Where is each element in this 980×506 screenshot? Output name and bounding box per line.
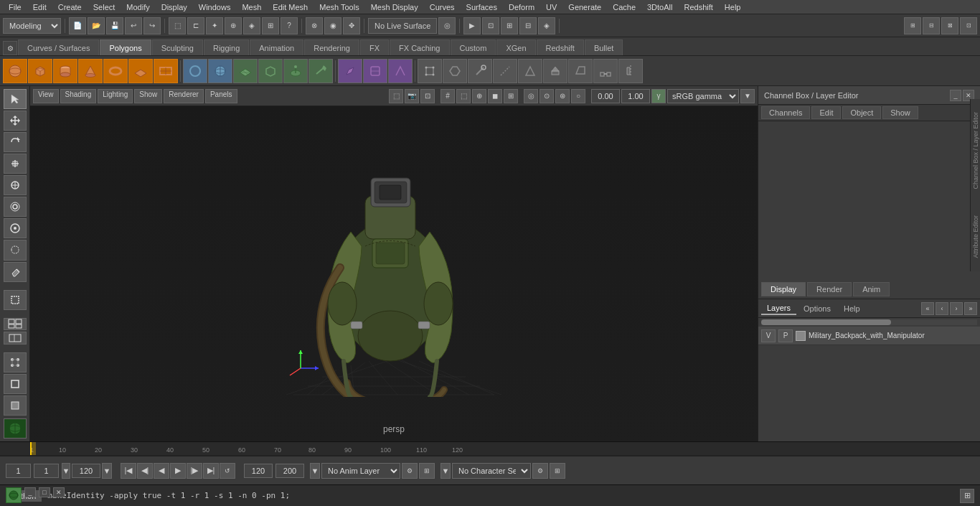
layout-btn3[interactable]: ⊠ — [941, 17, 958, 34]
python-expand-btn[interactable]: ⊞ — [960, 489, 974, 503]
frame-range-end[interactable] — [244, 464, 273, 478]
menu-surfaces[interactable]: Surfaces — [461, 1, 503, 13]
time-ruler[interactable]: 1 10 20 30 40 50 60 70 80 90 100 110 120 — [0, 441, 980, 456]
anim-layer-expand[interactable]: ▼ — [310, 463, 320, 479]
grid-btn[interactable] — [4, 318, 27, 331]
menu-generate[interactable]: Generate — [562, 1, 607, 13]
shelf-knife[interactable] — [493, 59, 517, 83]
camera-btn[interactable]: ◉ — [324, 17, 341, 34]
save-scene-btn[interactable]: 💾 — [106, 17, 123, 34]
menu-deform[interactable]: Deform — [503, 1, 540, 13]
char-set-expand[interactable]: ▼ — [440, 463, 451, 479]
tab-polygons[interactable]: Polygons — [100, 39, 151, 55]
show-manip-btn[interactable] — [4, 218, 27, 238]
grid2-btn[interactable] — [4, 332, 27, 345]
xray-btn[interactable]: ⊙ — [540, 89, 554, 103]
scale-btn[interactable] — [4, 154, 27, 174]
menu-file[interactable]: File — [3, 1, 27, 13]
loop-btn[interactable]: ↺ — [220, 463, 235, 479]
menu-mesh-display[interactable]: Mesh Display — [365, 1, 424, 13]
tab-rendering[interactable]: Rendering — [304, 39, 359, 55]
grid-display-btn[interactable]: # — [440, 89, 455, 103]
dt-tab-anim[interactable]: Anim — [853, 282, 890, 296]
live-surface-icon[interactable]: ◎ — [438, 17, 456, 34]
smooth-btn[interactable]: ⊕ — [472, 89, 486, 103]
color-mgmt-btn[interactable]: ▼ — [740, 89, 755, 103]
layer-playback-btn[interactable]: P — [778, 329, 793, 342]
layer-prev-btn[interactable]: ‹ — [936, 302, 948, 315]
menu-edit-mesh[interactable]: Edit Mesh — [267, 1, 314, 13]
render-view-btn[interactable]: ⊟ — [519, 17, 537, 34]
shelf-append[interactable] — [518, 59, 542, 83]
shelf-edit1[interactable] — [338, 59, 362, 83]
viewport-canvas[interactable]: persp — [30, 106, 758, 441]
live-surface-btn[interactable]: No Live Surface — [368, 18, 437, 34]
isolate-btn[interactable]: ◎ — [524, 89, 538, 103]
tab-animation[interactable]: Animation — [250, 39, 303, 55]
menu-mesh-tools[interactable]: Mesh Tools — [314, 1, 364, 13]
layer-visibility-btn[interactable]: V — [761, 329, 776, 342]
layers-tab-layers[interactable]: Layers — [761, 302, 796, 315]
camera-snap-btn[interactable]: ⬚ — [389, 89, 403, 103]
menu-uv[interactable]: UV — [540, 1, 562, 13]
frame-limit-icon[interactable]: ▼ — [102, 463, 112, 479]
anim-layer-icon[interactable]: ▼ — [62, 463, 70, 479]
scrollbar-thumb[interactable] — [761, 319, 891, 325]
shelf-nurbs-sphere[interactable] — [208, 59, 232, 83]
layer-color-swatch[interactable] — [796, 331, 806, 341]
shelf-bridge[interactable] — [593, 59, 618, 83]
char-set-settings-btn[interactable]: ⚙ — [532, 463, 548, 479]
start-frame-input[interactable] — [34, 464, 59, 478]
viewport-shading-menu[interactable]: Shading — [60, 89, 97, 103]
menu-display[interactable]: Display — [156, 1, 193, 13]
camera-scale-input[interactable] — [621, 89, 650, 103]
viewport-lighting-menu[interactable]: Lighting — [98, 89, 133, 103]
anim-layer-select[interactable]: No Anim Layer — [321, 463, 400, 479]
cam-gates-btn[interactable]: ⊛ — [555, 89, 570, 103]
shaded-btn[interactable]: ◼ — [488, 89, 502, 103]
select-tool-btn[interactable]: ⬚ — [169, 17, 186, 34]
wireframe-btn[interactable]: ⬚ — [456, 89, 471, 103]
texture-btn[interactable]: ⊞ — [504, 89, 518, 103]
shelf-poly1[interactable] — [418, 59, 442, 83]
layers-tab-options[interactable]: Options — [798, 303, 837, 314]
shelf-grid[interactable] — [233, 59, 258, 83]
poly-vertex-btn[interactable] — [4, 352, 27, 373]
open-scene-btn[interactable]: 📂 — [88, 17, 105, 34]
layers-tab-help[interactable]: Help — [838, 303, 866, 314]
goto-end-btn[interactable]: ▶| — [203, 463, 219, 479]
tab-sculpting[interactable]: Sculpting — [152, 39, 203, 55]
dt-tab-display[interactable]: Display — [761, 282, 806, 296]
layout-btn1[interactable]: ⊞ — [904, 17, 921, 34]
shelf-arrow[interactable] — [308, 59, 333, 83]
rotate-btn[interactable] — [4, 132, 27, 152]
viewport-show-menu[interactable]: Show — [134, 89, 162, 103]
soft-mod-btn[interactable] — [4, 197, 27, 217]
shelf-volume[interactable] — [283, 59, 308, 83]
shelf-poly2[interactable] — [443, 59, 467, 83]
layout-btn2[interactable]: ⊟ — [923, 17, 940, 34]
highlight-btn[interactable]: ○ — [571, 89, 585, 103]
poly-edge-btn[interactable] — [4, 374, 27, 394]
play-back-btn[interactable]: ◀ — [154, 463, 169, 479]
menu-edit[interactable]: Edit — [27, 1, 52, 13]
tab-settings-icon[interactable]: ⚙ — [3, 41, 17, 55]
shelf-edit3[interactable] — [388, 59, 413, 83]
menu-mesh[interactable]: Mesh — [236, 1, 267, 13]
snap2-btn[interactable]: ⊞ — [262, 17, 279, 34]
char-set-expand-btn[interactable]: ⊞ — [550, 463, 565, 479]
layout-btn4[interactable]: ⊡ — [960, 17, 977, 34]
tab-fx[interactable]: FX — [360, 39, 389, 55]
universal-manip-btn[interactable] — [4, 175, 27, 195]
shelf-cylinder[interactable] — [53, 59, 77, 83]
menu-curves[interactable]: Curves — [424, 1, 461, 13]
ipr-btn[interactable]: ⊡ — [482, 17, 499, 34]
snap-btn[interactable]: ◈ — [243, 17, 260, 34]
menu-redshift[interactable]: Redshift — [678, 1, 718, 13]
shelf-subd[interactable] — [258, 59, 283, 83]
current-frame-indicator[interactable] — [30, 441, 36, 455]
anim-layer-settings-btn[interactable]: ⚙ — [402, 463, 418, 479]
shelf-extrude[interactable] — [543, 59, 567, 83]
lasso-tool-btn[interactable]: ⊏ — [187, 17, 204, 34]
layers-scrollbar[interactable] — [761, 319, 977, 325]
